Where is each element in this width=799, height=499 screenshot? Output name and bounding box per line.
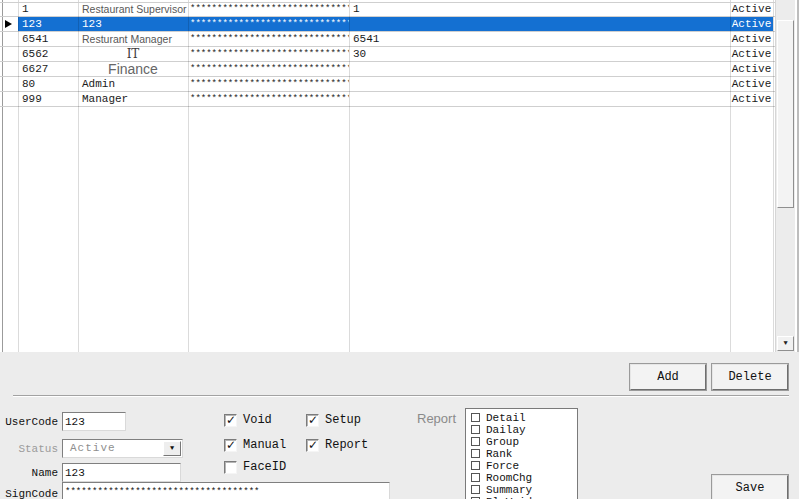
vertical-scrollbar[interactable]: ▼: [775, 0, 795, 352]
grid-top-line: [0, 2, 775, 3]
checkbox-label: Void: [243, 413, 272, 427]
report-item-checkbox[interactable]: [471, 425, 480, 434]
cell-status: Active: [730, 17, 773, 31]
grid-column-divider: [18, 0, 19, 352]
row-selector-cell: [0, 62, 18, 76]
cell-status: Active: [730, 62, 773, 76]
usercode-input[interactable]: [62, 412, 126, 431]
report-list-item[interactable]: Force: [466, 460, 577, 472]
report-item-label: Detail: [486, 412, 526, 424]
cell-name: Admin: [78, 77, 188, 91]
cell-value: [349, 77, 730, 91]
cell-status: Active: [730, 2, 773, 16]
report-item-label: Group: [486, 436, 519, 448]
cell-value: 30: [349, 47, 730, 61]
status-value: Active: [70, 442, 116, 454]
table-row[interactable]: 6627Finance*****************************…: [0, 62, 775, 77]
cell-name: Finance: [78, 62, 188, 76]
cell-status: Active: [730, 77, 773, 91]
cell-value: [349, 62, 730, 76]
status-dropdown[interactable]: Active ▼: [62, 439, 183, 458]
user-grid[interactable]: 1Restaurant Supervisor******************…: [0, 0, 799, 352]
checkbox-manual[interactable]: ✓: [224, 439, 237, 452]
cell-user_code: 1: [18, 2, 78, 16]
checkbox-label: Manual: [243, 438, 286, 452]
report-item-checkbox[interactable]: [471, 449, 480, 458]
grid-column-divider: [773, 0, 774, 352]
cell-user_code: 6627: [18, 62, 78, 76]
cell-sign_code: ******************************: [188, 62, 349, 76]
delete-button[interactable]: Delete: [712, 364, 788, 390]
cell-user_code: 80: [18, 77, 78, 91]
row-selector-cell: [0, 2, 18, 16]
report-item-checkbox[interactable]: [471, 437, 480, 446]
report-item-label: Force: [486, 460, 519, 472]
add-button[interactable]: Add: [630, 364, 706, 390]
report-list-item[interactable]: Rank: [466, 448, 577, 460]
cell-value: 1: [349, 2, 730, 16]
table-row[interactable]: 123123******************************Acti…: [0, 17, 775, 32]
cell-status: Active: [730, 47, 773, 61]
cell-name: 123: [78, 17, 188, 31]
cell-status: Active: [730, 92, 773, 106]
report-list-item[interactable]: RoomChg: [466, 472, 577, 484]
cell-name: Resturant Manager: [78, 32, 188, 46]
report-item-label: Rank: [486, 448, 512, 460]
cell-user_code: 999: [18, 92, 78, 106]
grid-column-divider: [188, 0, 189, 352]
checkmark-icon: ✓: [226, 438, 236, 452]
save-button[interactable]: Save: [712, 475, 788, 499]
grid-column-divider: [349, 0, 350, 352]
checkbox-faceid[interactable]: ✓: [224, 461, 237, 474]
cell-value: [349, 17, 730, 31]
grid-column-divider: [78, 0, 79, 352]
signcode-input[interactable]: [62, 482, 390, 499]
grid-column-divider: [730, 0, 731, 352]
row-selector-cell: [0, 47, 18, 61]
cell-sign_code: ******************************: [188, 92, 349, 106]
row-selector-cell: [0, 17, 18, 31]
scrollbar-down-arrow-icon[interactable]: ▼: [777, 336, 794, 351]
signcode-label: SignCode: [0, 488, 58, 499]
checkbox-report[interactable]: ✓: [306, 439, 319, 452]
checkbox-setup[interactable]: ✓: [306, 414, 319, 427]
app-window: 1Restaurant Supervisor******************…: [0, 0, 799, 499]
report-item-checkbox[interactable]: [471, 473, 480, 482]
report-listbox[interactable]: DetailDailayGroupRankForceRoomChgSummary…: [465, 408, 578, 499]
table-row[interactable]: 80Admin******************************Act…: [0, 77, 775, 92]
cell-sign_code: ******************************: [188, 47, 349, 61]
report-list-item[interactable]: Summary: [466, 484, 577, 496]
divider-line: [13, 395, 789, 397]
report-list-item[interactable]: Group: [466, 436, 577, 448]
cell-sign_code: ******************************: [188, 2, 349, 16]
report-list-item[interactable]: Detail: [466, 412, 577, 424]
cell-name: Restaurant Supervisor: [78, 2, 188, 16]
table-row[interactable]: 6562IT******************************30Ac…: [0, 47, 775, 62]
report-list-item[interactable]: Dailay: [466, 424, 577, 436]
row-selector-cell: [0, 77, 18, 91]
report-item-checkbox[interactable]: [471, 485, 480, 494]
checkbox-label: Setup: [325, 413, 361, 427]
cell-value: 6541: [349, 32, 730, 46]
report-item-label: Summary: [486, 484, 532, 496]
cell-name: IT: [78, 47, 188, 61]
cell-status: Active: [730, 32, 773, 46]
report-label: Report: [417, 411, 456, 426]
cell-name: Manager: [78, 92, 188, 106]
table-row[interactable]: 1Restaurant Supervisor******************…: [0, 2, 775, 17]
cell-user_code: 123: [18, 17, 78, 31]
row-selector-cell: [0, 32, 18, 46]
table-row[interactable]: 6541Resturant Manager*******************…: [0, 32, 775, 47]
name-input[interactable]: [62, 463, 181, 482]
dropdown-arrow-icon[interactable]: ▼: [163, 441, 181, 456]
report-item-label: RoomChg: [486, 472, 532, 484]
checkmark-icon: ✓: [308, 438, 318, 452]
cell-sign_code: ******************************: [188, 32, 349, 46]
scrollbar-thumb[interactable]: [777, 20, 794, 208]
report-item-checkbox[interactable]: [471, 413, 480, 422]
table-row[interactable]: 999Manager******************************…: [0, 92, 775, 107]
report-item-checkbox[interactable]: [471, 461, 480, 470]
checkbox-label: Report: [325, 438, 368, 452]
checkbox-void[interactable]: ✓: [224, 414, 237, 427]
report-item-label: Dailay: [486, 424, 526, 436]
